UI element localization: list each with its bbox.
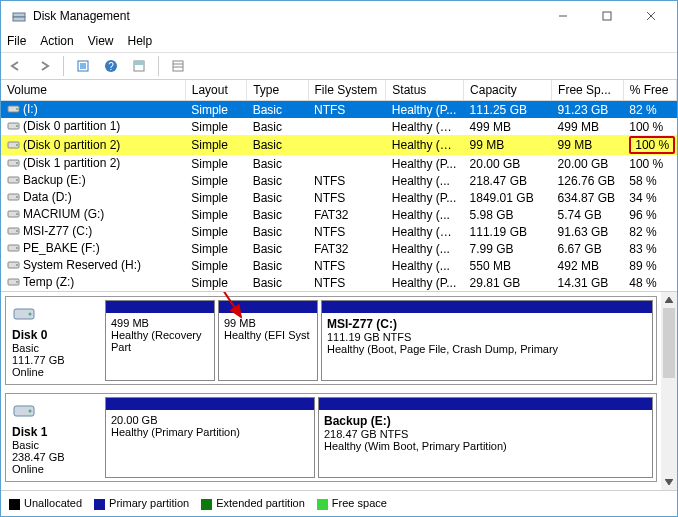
svg-point-18 xyxy=(16,125,18,127)
partition[interactable]: 99 MBHealthy (EFI Syst xyxy=(218,300,318,381)
svg-rect-1 xyxy=(13,17,25,21)
scroll-down-button[interactable] xyxy=(661,474,677,490)
volume-row[interactable]: (Disk 0 partition 2)SimpleBasicHealthy (… xyxy=(1,135,677,155)
menu-file[interactable]: File xyxy=(7,34,26,48)
partition[interactable]: 499 MBHealthy (Recovery Part xyxy=(105,300,215,381)
menubar: File Action View Help xyxy=(1,31,677,53)
disk-map: Disk 0Basic111.77 GBOnline499 MBHealthy … xyxy=(1,292,661,490)
partition[interactable]: MSI-Z77 (C:)111.19 GB NTFSHealthy (Boot,… xyxy=(321,300,653,381)
volume-row[interactable]: System Reserved (H:)SimpleBasicNTFSHealt… xyxy=(1,257,677,274)
vertical-scrollbar[interactable] xyxy=(661,292,677,490)
drive-icon xyxy=(7,157,21,171)
svg-text:?: ? xyxy=(108,61,114,72)
disk-icon xyxy=(12,303,96,325)
col-freesp[interactable]: Free Sp... xyxy=(552,80,624,101)
col-type[interactable]: Type xyxy=(247,80,308,101)
svg-rect-7 xyxy=(80,63,86,69)
app-icon xyxy=(11,8,27,24)
drive-icon xyxy=(7,191,21,205)
col-capacity[interactable]: Capacity xyxy=(464,80,552,101)
back-button[interactable] xyxy=(5,55,27,77)
volume-grid: Volume Layout Type File System Status Ca… xyxy=(1,80,677,292)
maximize-button[interactable] xyxy=(585,1,629,31)
swatch-primary xyxy=(94,499,105,510)
svg-point-36 xyxy=(16,281,18,283)
svg-point-24 xyxy=(16,179,18,181)
minimize-button[interactable] xyxy=(541,1,585,31)
drive-icon xyxy=(7,225,21,239)
window-title: Disk Management xyxy=(33,9,541,23)
svg-rect-11 xyxy=(134,61,144,65)
drive-icon xyxy=(7,208,21,222)
menu-help[interactable]: Help xyxy=(128,34,153,48)
col-fs[interactable]: File System xyxy=(308,80,386,101)
svg-point-16 xyxy=(16,108,18,110)
svg-point-26 xyxy=(16,196,18,198)
col-pctfree[interactable]: % Free xyxy=(623,80,676,101)
volume-row[interactable]: Data (D:)SimpleBasicNTFSHealthy (P...184… xyxy=(1,189,677,206)
partition[interactable]: Backup (E:)218.47 GB NTFSHealthy (Wim Bo… xyxy=(318,397,653,478)
svg-point-41 xyxy=(29,410,32,413)
svg-point-22 xyxy=(16,162,18,164)
drive-icon xyxy=(7,174,21,188)
menu-view[interactable]: View xyxy=(88,34,114,48)
swatch-extended xyxy=(201,499,212,510)
disk-card[interactable]: Disk 1Basic238.47 GBOnline20.00 GBHealth… xyxy=(5,393,657,482)
view-list-icon[interactable] xyxy=(167,55,189,77)
svg-point-39 xyxy=(29,313,32,316)
scroll-thumb[interactable] xyxy=(663,308,675,378)
scroll-up-button[interactable] xyxy=(661,292,677,308)
drive-icon xyxy=(7,120,21,134)
volume-row[interactable]: PE_BAKE (F:)SimpleBasicFAT32Healthy (...… xyxy=(1,240,677,257)
col-status[interactable]: Status xyxy=(386,80,464,101)
svg-point-34 xyxy=(16,264,18,266)
volume-row[interactable]: (Disk 0 partition 1)SimpleBasicHealthy (… xyxy=(1,118,677,135)
drive-icon xyxy=(7,242,21,256)
refresh-icon[interactable] xyxy=(72,55,94,77)
volume-row[interactable]: MACRIUM (G:)SimpleBasicFAT32Healthy (...… xyxy=(1,206,677,223)
svg-rect-12 xyxy=(173,61,183,71)
view-top-icon[interactable] xyxy=(128,55,150,77)
legend: Unallocated Primary partition Extended p… xyxy=(1,490,677,516)
close-button[interactable] xyxy=(629,1,673,31)
volume-row[interactable]: (Disk 1 partition 2)SimpleBasicHealthy (… xyxy=(1,155,677,172)
toolbar: ? xyxy=(1,53,677,81)
titlebar: Disk Management xyxy=(1,1,677,31)
partition[interactable]: 20.00 GBHealthy (Primary Partition) xyxy=(105,397,315,478)
swatch-free xyxy=(317,499,328,510)
forward-button[interactable] xyxy=(33,55,55,77)
svg-point-20 xyxy=(16,144,18,146)
col-layout[interactable]: Layout xyxy=(185,80,246,101)
svg-rect-0 xyxy=(13,13,25,17)
drive-icon xyxy=(7,259,21,273)
disk-icon xyxy=(12,400,96,422)
svg-point-28 xyxy=(16,213,18,215)
drive-icon xyxy=(7,276,21,290)
svg-rect-3 xyxy=(603,12,611,20)
disk-management-window: Disk Management File Action View Help ? … xyxy=(0,0,678,517)
column-headers[interactable]: Volume Layout Type File System Status Ca… xyxy=(1,80,677,101)
svg-point-32 xyxy=(16,247,18,249)
volume-row[interactable]: MSI-Z77 (C:)SimpleBasicNTFSHealthy (B...… xyxy=(1,223,677,240)
svg-point-30 xyxy=(16,230,18,232)
menu-action[interactable]: Action xyxy=(40,34,73,48)
volume-row[interactable]: Backup (E:)SimpleBasicNTFSHealthy (...21… xyxy=(1,172,677,189)
volume-row[interactable]: (I:)SimpleBasicNTFSHealthy (P...111.25 G… xyxy=(1,101,677,118)
swatch-unallocated xyxy=(9,499,20,510)
col-volume[interactable]: Volume xyxy=(1,80,185,101)
drive-icon xyxy=(7,139,21,153)
volume-row[interactable]: Temp (Z:)SimpleBasicNTFSHealthy (P...29.… xyxy=(1,274,677,291)
drive-icon xyxy=(7,103,21,117)
disk-card[interactable]: Disk 0Basic111.77 GBOnline499 MBHealthy … xyxy=(5,296,657,385)
help-icon[interactable]: ? xyxy=(100,55,122,77)
